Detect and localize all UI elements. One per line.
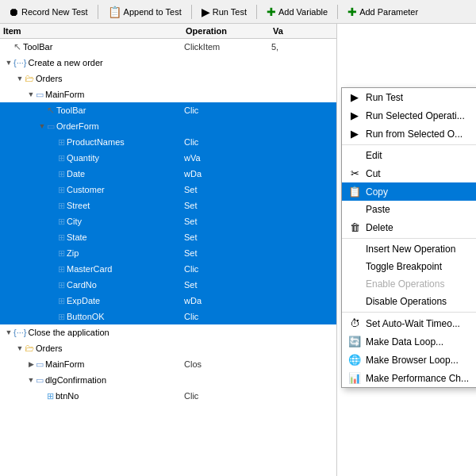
- separator-1: [98, 5, 98, 19]
- tree-row[interactable]: ⊞StateSet: [0, 229, 336, 245]
- operation-cell: Set: [184, 280, 271, 290]
- ctx-item-icon: ✂: [348, 167, 361, 179]
- expand-button[interactable]: ▼: [38, 122, 46, 130]
- expand-button: [38, 106, 46, 114]
- ctx-copy[interactable]: 📋Copy: [342, 182, 476, 201]
- record-icon: ⏺: [8, 6, 19, 18]
- tree-item-label: MainForm: [45, 90, 85, 99]
- context-menu[interactable]: ▶Run Test▶Run Selected Operati...▶Run fr…: [341, 87, 476, 388]
- ctx-toggle-breakpoint[interactable]: Toggle Breakpoint: [342, 258, 476, 275]
- item-cell: ⊞City: [2, 217, 184, 227]
- expand-button[interactable]: ▼: [5, 59, 13, 67]
- item-cell: ▼🗁Orders: [2, 343, 184, 354]
- ctx-paste[interactable]: Paste: [342, 201, 476, 218]
- field-icon: ⊞: [58, 264, 65, 274]
- ctx-cut[interactable]: ✂Cut: [342, 164, 476, 182]
- ctx-item-label: Cut: [366, 168, 473, 179]
- ctx-item-label: Toggle Breakpoint: [366, 261, 473, 272]
- tree-item-label: dlgConfirmation: [45, 375, 106, 385]
- tree-row[interactable]: ▼▭OrderForm: [0, 118, 336, 134]
- ctx-run-from-selected[interactable]: ▶Run from Selected O...: [342, 125, 476, 143]
- expand-button[interactable]: ▼: [16, 75, 24, 83]
- ctx-run-selected-op[interactable]: ▶Run Selected Operati...: [342, 106, 476, 125]
- operation-cell: wDa: [184, 169, 271, 178]
- operation-cell: ClickItem: [184, 42, 271, 52]
- tree-row[interactable]: ▶▭MainFormClos: [0, 356, 336, 372]
- add-parameter-label: Add Parameter: [359, 7, 418, 17]
- ctx-item-icon: 🗑: [348, 221, 361, 233]
- field-icon: ⊞: [58, 153, 65, 163]
- tree-item-label: City: [67, 217, 82, 226]
- tree-row[interactable]: ⊞ButtonOKClic: [0, 309, 336, 324]
- ctx-item-icon: ⏱: [348, 317, 361, 329]
- item-cell: ▼▭dlgConfirmation: [2, 375, 184, 386]
- expand-button[interactable]: ▼: [16, 344, 24, 352]
- tree-row[interactable]: ⊞ExpDatewDa: [0, 293, 336, 309]
- ctx-item-icon: ▶: [348, 109, 361, 121]
- tree-row[interactable]: ⊞QuantitywVa: [0, 150, 336, 166]
- record-new-test-btn[interactable]: ⏺ Record New Test: [3, 4, 93, 20]
- tree-row[interactable]: ↖ToolBarClic: [0, 102, 336, 118]
- tree-row[interactable]: ⊞btnNoClic: [0, 388, 336, 404]
- item-cell: ▼🗁Orders: [2, 73, 184, 84]
- tree-row[interactable]: ▼▭MainForm: [0, 86, 336, 102]
- tree-row[interactable]: ⊞CustomerSet: [0, 182, 336, 198]
- expand-button: [49, 138, 57, 146]
- ctx-delete[interactable]: 🗑Delete: [342, 218, 476, 236]
- ctx-item-label: Paste: [366, 204, 473, 215]
- tree-row[interactable]: ⊞ProductNamesClic: [0, 134, 336, 150]
- tree-row[interactable]: ⊞CitySet: [0, 213, 336, 229]
- operation-cell: wVa: [184, 153, 271, 163]
- expand-button[interactable]: ▶: [27, 360, 35, 368]
- cursor-icon: ↖: [47, 105, 55, 116]
- tree-row[interactable]: ▼🗁Orders: [0, 71, 336, 86]
- ctx-insert-new-op[interactable]: Insert New Operation: [342, 240, 476, 258]
- add-var-icon: ✚: [267, 6, 276, 18]
- tree-row[interactable]: ▼{···}Create a new order: [0, 55, 336, 71]
- item-cell: ⊞Quantity: [2, 153, 184, 163]
- add-variable-btn[interactable]: ✚ Add Variable: [262, 4, 332, 20]
- item-cell: ▼{···}Create a new order: [2, 58, 184, 67]
- append-to-test-btn[interactable]: 📋 Append to Test: [103, 4, 186, 20]
- tree-rows: ↖ToolBarClickItem5,▼{···}Create a new or…: [0, 39, 336, 404]
- tree-row[interactable]: ▼{···}Close the application: [0, 324, 336, 340]
- item-cell: ⊞ExpDate: [2, 296, 184, 306]
- form-icon: ▭: [36, 359, 44, 370]
- operation-cell: Clic: [184, 264, 271, 274]
- expand-button[interactable]: ▼: [5, 328, 13, 336]
- tree-row[interactable]: ↖ToolBarClickItem5,: [0, 39, 336, 55]
- separator-2: [191, 5, 192, 19]
- ctx-item-label: Run from Selected O...: [366, 129, 473, 140]
- field-icon: ⊞: [58, 185, 65, 195]
- expand-button[interactable]: ▼: [27, 90, 35, 98]
- tree-row[interactable]: ▼🗁Orders: [0, 340, 336, 356]
- ctx-make-perf[interactable]: 📊Make Performance Ch...: [342, 369, 476, 387]
- expand-button: [49, 186, 57, 194]
- expand-button[interactable]: ▼: [27, 376, 35, 384]
- expand-button: [49, 202, 57, 209]
- tree-item-label: ButtonOK: [67, 312, 105, 321]
- ctx-auto-wait[interactable]: ⏱Set Auto-Wait Timeo...: [342, 314, 476, 332]
- tree-row[interactable]: ▼▭dlgConfirmation: [0, 372, 336, 388]
- tree-row[interactable]: ⊞ZipSet: [0, 245, 336, 261]
- tree-item-label: Orders: [36, 344, 63, 353]
- value-column-header: Va: [273, 26, 333, 36]
- operation-cell: Set: [184, 201, 271, 210]
- operation-cell: Clos: [184, 359, 271, 369]
- ctx-make-data-loop[interactable]: 🔄Make Data Loop...: [342, 332, 476, 351]
- ctx-disable-ops[interactable]: Disable Operations: [342, 293, 476, 310]
- add-parameter-btn[interactable]: ✚ Add Parameter: [343, 4, 423, 20]
- ctx-edit[interactable]: Edit: [342, 147, 476, 164]
- tree-row[interactable]: ⊞MasterCardClic: [0, 261, 336, 277]
- tree-row[interactable]: ⊞CardNoSet: [0, 277, 336, 293]
- tree-item-label: ToolBar: [23, 42, 52, 52]
- tree-row[interactable]: ⊞StreetSet: [0, 198, 336, 213]
- tree-row[interactable]: ⊞DatewDa: [0, 166, 336, 182]
- folder-icon: 🗁: [25, 73, 34, 84]
- run-test-btn[interactable]: ▶ Run Test: [197, 4, 251, 20]
- tree-item-label: btnNo: [56, 391, 79, 401]
- tree-panel[interactable]: Item Operation Va ↖ToolBarClickItem5,▼{·…: [0, 24, 337, 476]
- ctx-item-icon: ▶: [348, 91, 361, 103]
- ctx-make-browser-loop[interactable]: 🌐Make Browser Loop...: [342, 351, 476, 369]
- ctx-run-test[interactable]: ▶Run Test: [342, 88, 476, 106]
